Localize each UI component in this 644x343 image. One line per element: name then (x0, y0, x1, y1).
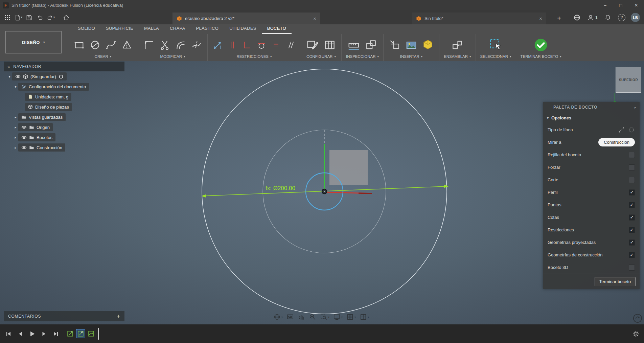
slice-checkbox[interactable] (629, 177, 635, 183)
browser-row-named-views[interactable]: Vistas guardadas (4, 112, 124, 122)
maximize-window-button[interactable] (613, 0, 628, 10)
spline-tool-icon[interactable] (105, 39, 117, 51)
chevron-down-icon[interactable] (547, 116, 549, 120)
tab-superficie[interactable]: SUPERFICIE (100, 24, 139, 34)
browser-row-sketches[interactable]: Bocetos (4, 132, 124, 142)
select-tool-icon[interactable] (488, 37, 504, 53)
insert-image-icon[interactable] (405, 38, 418, 52)
chevron-right-icon[interactable] (13, 125, 18, 129)
chevron-down-icon[interactable] (281, 316, 283, 319)
insert-dxf-icon[interactable] (421, 38, 435, 52)
view-cube[interactable]: SUPERIOR (616, 67, 641, 93)
file-menu-button[interactable] (14, 13, 23, 23)
group-label-inspeccionar[interactable]: INSPECCIONAR (346, 54, 379, 60)
measure-tool-icon[interactable] (347, 38, 361, 52)
equal-constraint-icon[interactable] (270, 39, 282, 51)
save-button[interactable] (24, 13, 34, 23)
comments-bar[interactable]: COMENTARIOS (4, 311, 124, 321)
viewports-icon[interactable] (359, 313, 370, 321)
insert-derive-icon[interactable] (388, 38, 401, 52)
profile-checkbox[interactable] (629, 189, 635, 196)
visibility-eye-icon[interactable] (21, 135, 27, 140)
timeline-sketch-feature-selected[interactable] (76, 329, 85, 338)
pan-icon[interactable] (297, 313, 306, 321)
chevron-down-icon[interactable] (368, 316, 369, 319)
timeline-playhead[interactable] (98, 328, 99, 340)
finish-sketch-icon[interactable] (533, 37, 549, 53)
visibility-eye-icon[interactable] (21, 124, 27, 130)
undo-button[interactable] (35, 13, 45, 23)
browser-row-units[interactable]: Unidades: mm, g (4, 92, 124, 102)
options-section-header[interactable]: Opciones (543, 112, 640, 123)
chevron-right-icon[interactable] (13, 146, 18, 150)
constraints-checkbox[interactable] (629, 227, 635, 233)
group-label-ensamblar[interactable]: ENSAMBLAR (444, 54, 471, 60)
sketch-grid-checkbox[interactable] (629, 152, 635, 158)
chevron-right-icon[interactable] (13, 115, 18, 119)
document-tab[interactable]: Sin título* (412, 13, 546, 24)
notification-bell-icon[interactable] (603, 13, 613, 23)
browser-row-document[interactable]: (Sin guardar) (4, 71, 124, 82)
circle-tool-icon[interactable] (89, 39, 101, 51)
chevron-right-icon[interactable] (13, 136, 18, 139)
new-document-tab-button[interactable] (554, 13, 564, 23)
sketch-palette-header[interactable]: PALETA DE BOCETO (543, 102, 640, 112)
tab-plastico[interactable]: PLÁSTICO (190, 24, 224, 34)
tangent-constraint-icon[interactable] (256, 39, 267, 51)
sketch-3d-checkbox[interactable] (629, 265, 635, 271)
dimension-label[interactable]: fx: Ø200.00 (266, 185, 295, 191)
tab-malla[interactable]: MALLA (139, 24, 164, 34)
workspace-switcher[interactable]: DISEÑO (5, 31, 62, 53)
job-status-indicator[interactable]: 1 (587, 14, 598, 21)
collapse-panel-icon[interactable] (7, 64, 10, 69)
group-label-crear[interactable]: CREAR (95, 54, 112, 60)
chevron-down-icon[interactable] (328, 316, 329, 319)
minimize-panel-icon[interactable] (117, 64, 121, 69)
origin-point[interactable] (322, 189, 327, 194)
look-at-construction-button[interactable]: Construcción (598, 138, 635, 146)
group-label-restricciones[interactable]: RESTRICCIONES (236, 54, 272, 60)
timeline-go-to-start-button[interactable] (4, 329, 13, 338)
chevron-down-icon[interactable] (341, 316, 343, 319)
sketch-dimension-icon[interactable] (212, 39, 224, 51)
active-document-target-icon[interactable] (59, 74, 64, 79)
user-avatar[interactable]: LB (631, 13, 640, 22)
minimize-window-button[interactable] (597, 0, 613, 10)
points-checkbox[interactable] (629, 202, 635, 208)
chevron-down-icon[interactable] (7, 75, 12, 78)
orbit-icon[interactable] (273, 313, 283, 321)
tab-solido[interactable]: SOLIDO (72, 24, 100, 34)
navigation-widget[interactable] (633, 314, 642, 323)
help-button[interactable] (618, 14, 625, 21)
display-settings-icon[interactable] (332, 313, 343, 321)
centerline-linetype-icon[interactable] (628, 127, 635, 133)
timeline-step-forward-button[interactable] (40, 329, 48, 338)
document-tab[interactable]: erasmo abrazadera 2 v2* (172, 13, 320, 24)
add-comment-button[interactable] (117, 313, 120, 320)
perpendicular-constraint-icon[interactable] (241, 39, 253, 51)
browser-row-doc-settings[interactable]: Configuración del documento (4, 82, 124, 92)
tab-chapa[interactable]: CHAPA (164, 24, 190, 34)
timeline-sketch-feature[interactable] (87, 329, 96, 338)
view-cube-face-label[interactable]: SUPERIOR (619, 78, 638, 82)
snap-checkbox[interactable] (629, 164, 635, 170)
timeline-play-button[interactable] (28, 329, 37, 338)
browser-header[interactable]: NAVEGADOR (4, 62, 124, 71)
zoom-window-icon[interactable] (319, 313, 330, 321)
group-label-insertar[interactable]: INSERTAR (400, 54, 423, 60)
group-label-configurar[interactable]: CONFIGURAR (306, 54, 336, 60)
parallel-constraint-icon[interactable] (285, 39, 296, 51)
redo-button[interactable] (46, 13, 55, 23)
fillet-tool-icon[interactable] (142, 39, 155, 51)
chevron-down-icon[interactable] (354, 316, 356, 319)
offset-tool-icon[interactable] (174, 39, 187, 51)
timeline-step-back-button[interactable] (16, 329, 25, 338)
app-grid-icon[interactable] (3, 13, 12, 23)
horizontal-vertical-constraint-icon[interactable] (227, 39, 238, 51)
finish-sketch-button[interactable]: Terminar boceto (595, 277, 636, 286)
viewport[interactable]: fx: Ø200.00 SUPERIOR NAVEGADOR (Sin guar… (0, 61, 644, 324)
tab-utilidades[interactable]: UTILIDADES (224, 24, 262, 34)
chevron-right-icon[interactable] (635, 106, 636, 109)
browser-row-origin[interactable]: Origen (4, 122, 124, 132)
group-label-modificar[interactable]: MODIFICAR (160, 54, 185, 60)
